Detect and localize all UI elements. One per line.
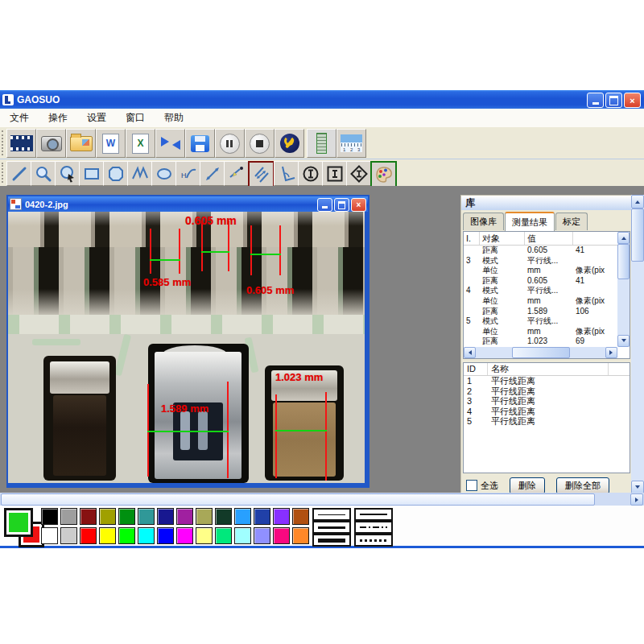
settings-button[interactable] <box>275 129 304 158</box>
color-swatch[interactable] <box>80 527 97 544</box>
table-row[interactable]: 5模式平行线... <box>464 316 630 327</box>
open-file-button[interactable] <box>66 129 96 158</box>
color-swatch[interactable] <box>41 508 58 525</box>
color-swatch[interactable] <box>292 527 309 544</box>
color-swatch[interactable] <box>292 508 309 525</box>
color-swatch[interactable] <box>118 508 135 525</box>
color-swatch[interactable] <box>138 508 155 525</box>
export-excel-button[interactable]: X <box>126 129 155 158</box>
color-swatch[interactable] <box>254 527 270 544</box>
color-swatch[interactable] <box>157 527 174 544</box>
menu-settings[interactable]: 设置 <box>77 109 116 126</box>
image-window-titlebar[interactable]: 0420-2.jpg × <box>8 196 368 212</box>
circle-pick-tool-button[interactable] <box>55 161 80 186</box>
color-swatch[interactable] <box>157 508 174 525</box>
stop-button[interactable] <box>245 129 275 158</box>
color-swatch[interactable] <box>41 527 58 544</box>
scrollbar-thumb[interactable] <box>1 493 595 506</box>
fg-bg-color-selector[interactable] <box>3 507 40 544</box>
tab-calibration[interactable]: 标定 <box>555 213 588 230</box>
table-row[interactable]: 距离1.02369 <box>464 336 630 347</box>
tab-measure-results[interactable]: 测量结果 <box>505 212 555 231</box>
color-swatch[interactable] <box>196 508 213 525</box>
menu-help[interactable]: 帮助 <box>155 109 193 126</box>
close-button[interactable]: × <box>624 93 641 108</box>
arc-tool-button[interactable]: H <box>175 161 200 186</box>
color-swatch[interactable] <box>99 527 116 544</box>
zoom-tool-button[interactable] <box>31 161 56 186</box>
line-style-dotted-button[interactable] <box>354 534 393 547</box>
scrollbar-thumb[interactable] <box>631 208 644 262</box>
workspace-hscrollbar[interactable] <box>0 493 644 506</box>
color-swatch[interactable] <box>215 508 232 525</box>
image-minimize-button[interactable] <box>317 198 332 212</box>
line-width-thick-button[interactable] <box>312 534 351 547</box>
ruler-button[interactable] <box>307 129 336 158</box>
results-vscrollbar[interactable] <box>617 232 630 347</box>
rectangle-tool-button[interactable] <box>79 161 104 186</box>
workspace-vscrollbar[interactable] <box>631 195 644 494</box>
video-button[interactable] <box>6 129 36 158</box>
menu-file[interactable]: 文件 <box>0 109 39 126</box>
tab-image-library[interactable]: 图像库 <box>463 213 504 230</box>
polygon-tool-button[interactable] <box>103 161 128 186</box>
maximize-button[interactable] <box>605 93 622 108</box>
parallel-distance-tool-button[interactable] <box>248 161 275 188</box>
pause-button[interactable] <box>215 129 245 158</box>
camera-button[interactable] <box>36 129 66 158</box>
line-width-thin-button[interactable] <box>312 508 351 521</box>
annotate-circle-tool-button[interactable] <box>298 161 323 186</box>
list-item[interactable]: 2平行线距离 <box>464 386 630 397</box>
title-bar[interactable]: GAOSUO × <box>0 90 644 109</box>
palette-tool-button[interactable] <box>370 161 397 188</box>
image-close-button[interactable]: × <box>351 198 366 212</box>
list-item[interactable]: 4平行线距离 <box>464 407 630 417</box>
select-all-checkbox[interactable] <box>466 480 477 491</box>
table-row[interactable]: 4模式平行线... <box>464 286 630 296</box>
calibration-button[interactable] <box>336 129 366 158</box>
photo-canvas[interactable]: 0.605 mm 0.585 mm 0.605 mm 1.589 mm 1.02… <box>8 212 365 483</box>
color-swatch[interactable] <box>254 508 270 525</box>
scrollbar-thumb[interactable] <box>512 347 570 358</box>
table-row[interactable]: 距离1.589106 <box>464 307 630 317</box>
table-row[interactable]: 距离0.60541 <box>464 276 630 287</box>
ellipse-tool-button[interactable] <box>151 161 176 186</box>
export-word-button[interactable]: W <box>96 129 126 158</box>
delete-button[interactable]: 删除 <box>510 477 545 494</box>
color-swatch[interactable] <box>234 527 251 544</box>
table-row[interactable]: 距离0.60541 <box>464 246 630 256</box>
color-swatch[interactable] <box>60 527 77 544</box>
angle-tool-button[interactable] <box>274 161 299 186</box>
line-width-medium-button[interactable] <box>312 521 351 534</box>
color-swatch[interactable] <box>60 508 77 525</box>
perpendicular-tool-button[interactable] <box>224 161 249 186</box>
table-row[interactable]: 单位mm像素(pix <box>464 266 630 276</box>
toolbar-grip-2[interactable] <box>2 163 6 183</box>
delete-all-button[interactable]: 删除全部 <box>556 477 609 494</box>
color-swatch[interactable] <box>234 508 251 525</box>
list-item[interactable]: 5平行线距离 <box>464 416 630 427</box>
save-button[interactable] <box>185 129 215 158</box>
minimize-button[interactable] <box>587 93 604 108</box>
color-swatch[interactable] <box>176 508 193 525</box>
color-swatch[interactable] <box>215 527 232 544</box>
list-item[interactable]: 3平行线距离 <box>464 396 630 407</box>
color-swatch[interactable] <box>80 508 97 525</box>
color-swatch[interactable] <box>118 527 135 544</box>
list-item[interactable]: 1平行线距离 <box>464 376 630 386</box>
transfer-button[interactable] <box>155 129 185 158</box>
line-tool-button[interactable] <box>6 161 31 186</box>
line-style-dashdot-button[interactable] <box>354 521 393 534</box>
distance-tool-button[interactable] <box>200 161 225 186</box>
menu-window[interactable]: 窗口 <box>116 109 155 126</box>
foreground-color-swatch[interactable] <box>4 508 33 537</box>
color-swatch[interactable] <box>196 527 213 544</box>
menu-operate[interactable]: 操作 <box>39 109 77 126</box>
color-swatch[interactable] <box>273 527 290 544</box>
results-hscrollbar[interactable] <box>464 347 617 358</box>
table-row[interactable]: 单位mm像素(pix <box>464 327 630 337</box>
color-swatch[interactable] <box>138 527 155 544</box>
color-swatch[interactable] <box>176 527 193 544</box>
color-swatch[interactable] <box>273 508 290 525</box>
table-row[interactable]: 单位mm像素(pix <box>464 296 630 307</box>
